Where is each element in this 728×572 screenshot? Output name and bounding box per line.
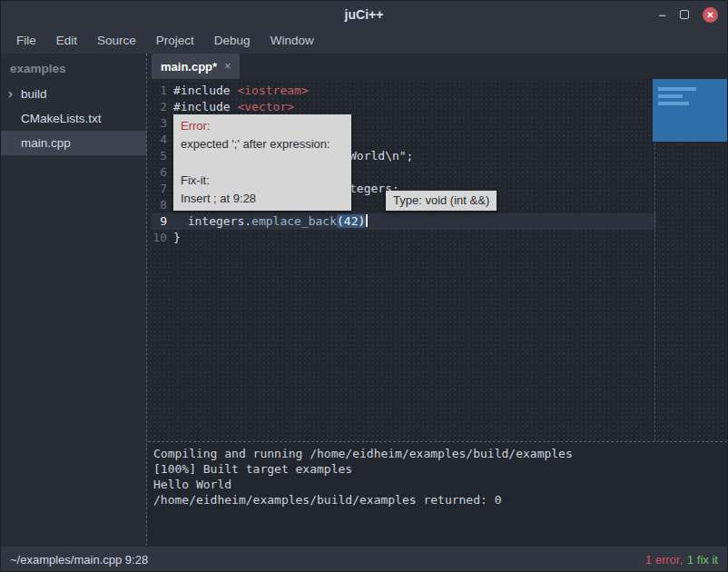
minimize-button[interactable]: − xyxy=(658,8,666,22)
code-text: } xyxy=(173,230,181,246)
terminal-line: [100%] Built target examples xyxy=(153,461,722,477)
code-line-9[interactable]: 9 integers.emplace_back(42) xyxy=(152,213,656,230)
menu-item-source[interactable]: Source xyxy=(87,28,146,54)
code-editor[interactable]: 1#include <iostream>2#include <vector>34… xyxy=(148,79,727,441)
menu-bar: FileEditSourceProjectDebugWindow xyxy=(1,28,727,54)
code-segment: emplace_back xyxy=(251,214,337,228)
terminal-output[interactable]: Compiling and running /home/eidheim/exam… xyxy=(148,443,727,546)
error-tooltip: Error: expected ';' after expression: Fi… xyxy=(173,114,351,211)
window-title: juCi++ xyxy=(1,1,727,28)
error-tooltip-message: expected ';' after expression: xyxy=(181,135,344,153)
code-segment: (42) xyxy=(337,214,365,228)
code-text: #include <iostream> xyxy=(173,83,309,99)
tab-label: main.cpp* xyxy=(161,60,217,74)
menu-item-window[interactable]: Window xyxy=(261,28,324,54)
tree-item-main.cpp[interactable]: main.cpp xyxy=(1,131,146,155)
line-number: 2 xyxy=(152,99,173,115)
line-number: 3 xyxy=(152,115,173,132)
editor-column: main.cpp* × 1#include <iostream>2#includ… xyxy=(148,54,727,546)
terminal-line: Hello World xyxy=(153,477,722,492)
code-text: #include <vector> xyxy=(173,99,294,115)
close-button[interactable]: ✕ xyxy=(703,7,718,23)
maximize-button[interactable] xyxy=(680,10,689,19)
error-tooltip-spacer xyxy=(181,153,344,172)
menu-item-project[interactable]: Project xyxy=(146,28,204,54)
code-segment: } xyxy=(173,231,181,244)
tab-bar: main.cpp* × xyxy=(148,54,727,79)
status-bar: ~/examples/main.cpp 9:28 1 error, 1 fix … xyxy=(1,546,727,572)
file-tree-sidebar: examples ›buildCMakeLists.txtmain.cpp xyxy=(1,54,146,546)
window-controls: − ✕ xyxy=(658,1,718,28)
code-segment: integers. xyxy=(173,214,251,228)
project-name-header: examples xyxy=(1,54,146,82)
terminal-line: Compiling and running /home/eidheim/exam… xyxy=(153,446,722,461)
line-number: 5 xyxy=(152,148,173,164)
type-tooltip: Type: void (int &&) xyxy=(386,191,497,211)
line-number: 7 xyxy=(152,181,173,197)
overview-line-mark xyxy=(658,87,696,91)
line-number: 8 xyxy=(152,197,173,213)
code-segment: #include xyxy=(173,84,237,97)
main-area: examples ›buildCMakeLists.txtmain.cpp ma… xyxy=(1,54,727,546)
overview-line-mark xyxy=(658,102,689,105)
terminal-line: /home/eidheim/examples/build/examples re… xyxy=(153,492,722,508)
menu-item-edit[interactable]: Edit xyxy=(46,28,87,54)
code-segment: #include xyxy=(173,100,237,113)
code-segment: <iostream> xyxy=(237,84,308,97)
status-file-location: ~/examples/main.cpp 9:28 xyxy=(10,553,148,567)
status-diagnostics: 1 error, 1 fix it xyxy=(645,553,718,567)
tree-item-label: main.cpp xyxy=(21,136,71,150)
line-number: 4 xyxy=(152,132,173,148)
error-tooltip-fixit-label: Fix-it: xyxy=(181,172,344,190)
code-segment: World\n"; xyxy=(349,149,413,163)
tree-item-label: build xyxy=(21,87,47,101)
code-segment: <vector> xyxy=(237,100,294,113)
file-tree: ›buildCMakeLists.txtmain.cpp xyxy=(1,82,146,155)
chevron-right-icon[interactable]: › xyxy=(8,85,13,101)
code-overview-panel xyxy=(653,79,727,142)
code-line-2[interactable]: 2#include <vector> xyxy=(152,99,656,115)
line-number: 10 xyxy=(152,230,173,246)
tab-main-cpp[interactable]: main.cpp* × xyxy=(152,54,240,79)
app-window: { "window": { "title": "juCi++", "contro… xyxy=(0,0,728,572)
error-tooltip-title: Error: xyxy=(181,117,344,135)
status-fixit-count: 1 fix it xyxy=(687,553,718,567)
menu-item-file[interactable]: File xyxy=(6,28,46,54)
code-text: integers.emplace_back(42) xyxy=(173,213,368,230)
code-line-10[interactable]: 10} xyxy=(152,230,656,246)
line-number: 6 xyxy=(152,164,173,181)
error-tooltip-fixit-text: Insert ; at 9:28 xyxy=(181,190,344,208)
text-cursor xyxy=(366,214,368,227)
overview-line-mark xyxy=(658,94,683,98)
title-bar[interactable]: juCi++ − ✕ xyxy=(1,1,727,28)
tree-item-build[interactable]: ›build xyxy=(1,82,146,106)
code-line-1[interactable]: 1#include <iostream> xyxy=(152,83,656,99)
tree-item-label: CMakeLists.txt xyxy=(21,112,102,125)
tree-item-CMakeLists.txt[interactable]: CMakeLists.txt xyxy=(1,106,146,131)
tab-close-icon[interactable]: × xyxy=(224,60,231,73)
line-number: 9 xyxy=(152,213,173,230)
line-number: 1 xyxy=(152,83,173,99)
status-error-count: 1 error, xyxy=(645,553,683,567)
menu-item-debug[interactable]: Debug xyxy=(204,28,261,54)
